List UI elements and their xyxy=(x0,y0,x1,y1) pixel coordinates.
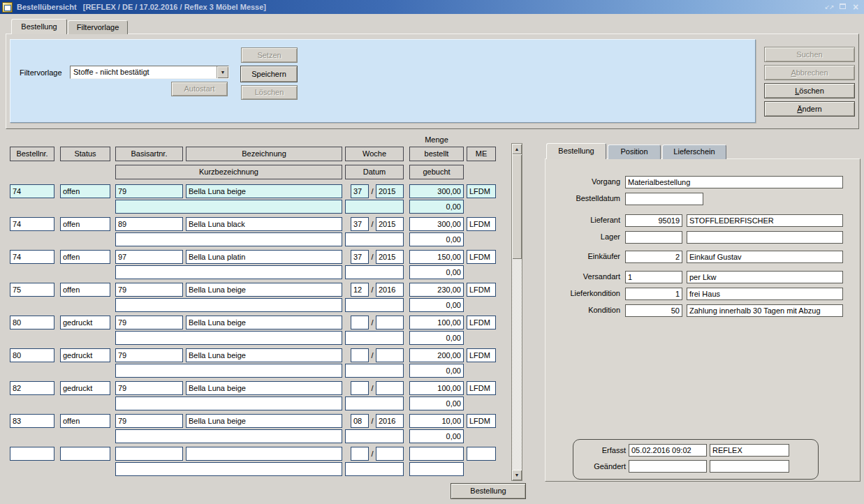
cell-bezeichnung[interactable]: Bella Luna black xyxy=(186,217,342,231)
cell-menge-bestellt[interactable]: 100,00 xyxy=(409,316,464,329)
cell-bestellnr[interactable]: 74 xyxy=(10,184,54,198)
speichern-button[interactable]: Speichern xyxy=(240,66,298,82)
lieferkondition-name-field[interactable]: frei Haus xyxy=(687,288,843,300)
vorgang-field[interactable]: Materialbestellung xyxy=(625,176,843,188)
cell-jahr[interactable]: 2015 xyxy=(376,217,404,231)
cell-jahr[interactable]: 2016 xyxy=(376,414,404,428)
cell-datum[interactable] xyxy=(345,331,404,345)
cell-gebucht[interactable]: 0,00 xyxy=(409,429,464,443)
cell-datum[interactable] xyxy=(345,200,404,214)
cell-bezeichnung[interactable] xyxy=(186,447,342,461)
cell-status[interactable]: offen xyxy=(60,283,110,297)
cell-basisartnr[interactable]: 89 xyxy=(115,217,183,231)
setzen-button[interactable]: Setzen xyxy=(241,47,298,63)
scroll-down-icon[interactable]: ▼ xyxy=(512,470,522,480)
cell-gebucht[interactable]: 0,00 xyxy=(409,200,464,214)
detail-tab-bestellung[interactable]: Bestellung xyxy=(546,143,606,159)
cell-status[interactable]: offen xyxy=(60,414,110,428)
cell-bestellnr[interactable]: 83 xyxy=(10,414,54,428)
cell-basisartnr[interactable]: 79 xyxy=(115,381,183,395)
kondition-name-field[interactable]: Zahlung innerhalb 30 Tagen mit Abzug xyxy=(687,304,843,317)
cell-woche[interactable]: 37 xyxy=(351,217,369,231)
cell-status[interactable] xyxy=(60,447,110,461)
dropdown-arrow-icon[interactable]: ▼ xyxy=(217,66,228,78)
cell-basisartnr[interactable]: 79 xyxy=(115,348,183,362)
lager-nr-field[interactable] xyxy=(625,231,682,244)
cell-bestellnr[interactable]: 74 xyxy=(10,250,54,264)
cell-gebucht[interactable]: 0,00 xyxy=(409,364,464,378)
cell-me[interactable]: LFDM xyxy=(467,217,496,231)
cell-status[interactable]: gedruckt xyxy=(60,316,110,329)
cell-woche[interactable]: 37 xyxy=(351,184,369,198)
close-icon[interactable]: × xyxy=(850,1,861,13)
cell-menge-bestellt[interactable]: 230,00 xyxy=(409,283,464,297)
versandart-nr-field[interactable]: 1 xyxy=(625,271,682,283)
cell-datum[interactable] xyxy=(345,298,404,312)
cell-status[interactable]: offen xyxy=(60,250,110,264)
cell-menge-bestellt[interactable]: 10,00 xyxy=(409,414,464,428)
cell-jahr[interactable]: 2015 xyxy=(376,250,404,264)
scroll-up-icon[interactable]: ▲ xyxy=(512,144,522,154)
cell-me[interactable] xyxy=(467,447,496,461)
cell-me[interactable]: LFDM xyxy=(467,316,496,329)
lager-name-field[interactable] xyxy=(687,231,843,244)
cell-bestellnr[interactable]: 75 xyxy=(10,283,54,297)
bestelldatum-field[interactable] xyxy=(625,193,703,205)
cell-datum[interactable] xyxy=(345,396,404,410)
cell-datum[interactable] xyxy=(345,265,404,279)
cell-kurzbezeichnung[interactable] xyxy=(115,331,342,345)
cell-bezeichnung[interactable]: Bella Luna beige xyxy=(186,348,342,362)
resize-icon[interactable]: ↙↗ xyxy=(823,3,835,10)
tab-filtervorlage[interactable]: Filtervorlage xyxy=(68,20,128,34)
cell-bezeichnung[interactable]: Bella Luna beige xyxy=(186,184,342,198)
autostart-button[interactable]: Autostart xyxy=(171,82,228,96)
cell-gebucht[interactable] xyxy=(409,462,464,476)
cell-datum[interactable] xyxy=(345,364,404,378)
cell-woche[interactable] xyxy=(351,381,369,395)
cell-me[interactable]: LFDM xyxy=(467,250,496,264)
cell-me[interactable]: LFDM xyxy=(467,414,496,428)
scrollbar-thumb[interactable] xyxy=(512,154,522,259)
cell-kurzbezeichnung[interactable] xyxy=(115,396,342,410)
bestellung-button[interactable]: Bestellung xyxy=(451,483,526,499)
cell-datum[interactable] xyxy=(345,462,404,476)
cell-kurzbezeichnung[interactable] xyxy=(115,265,342,279)
lieferant-nr-field[interactable]: 95019 xyxy=(625,214,682,227)
cell-menge-bestellt[interactable]: 300,00 xyxy=(409,184,464,198)
cell-me[interactable]: LFDM xyxy=(467,381,496,395)
grid-scrollbar[interactable]: ▲ ▼ xyxy=(511,143,522,481)
cell-status[interactable]: gedruckt xyxy=(60,348,110,362)
detail-tab-lieferschein[interactable]: Lieferschein xyxy=(662,144,726,159)
cell-woche[interactable] xyxy=(351,316,369,329)
cell-status[interactable]: offen xyxy=(60,184,110,198)
cell-jahr[interactable] xyxy=(376,348,404,362)
cell-gebucht[interactable]: 0,00 xyxy=(409,232,464,246)
cell-bestellnr[interactable] xyxy=(10,447,54,461)
cell-me[interactable]: LFDM xyxy=(467,348,496,362)
cell-woche[interactable]: 08 xyxy=(351,414,369,428)
cell-woche[interactable]: 12 xyxy=(351,283,369,297)
cell-jahr[interactable]: 2016 xyxy=(376,283,404,297)
cell-basisartnr[interactable]: 79 xyxy=(115,184,183,198)
cell-bestellnr[interactable]: 74 xyxy=(10,217,54,231)
cell-basisartnr[interactable]: 79 xyxy=(115,414,183,428)
cell-basisartnr[interactable]: 79 xyxy=(115,283,183,297)
cell-basisartnr[interactable]: 79 xyxy=(115,316,183,329)
cell-bestellnr[interactable]: 80 xyxy=(10,348,54,362)
title-bar[interactable]: Bestellübersicht [REFLEX / DE / 17.02.20… xyxy=(0,0,864,14)
versandart-name-field[interactable]: per Lkw xyxy=(687,271,843,283)
cell-kurzbezeichnung[interactable] xyxy=(115,200,342,214)
cell-menge-bestellt[interactable]: 300,00 xyxy=(409,217,464,231)
cell-kurzbezeichnung[interactable] xyxy=(115,364,342,378)
suchen-button[interactable]: Suchen xyxy=(764,47,855,62)
aendern-button[interactable]: Ändern xyxy=(764,101,855,117)
cell-woche[interactable] xyxy=(351,447,369,461)
cell-bezeichnung[interactable]: Bella Luna beige xyxy=(186,381,342,395)
cell-status[interactable]: gedruckt xyxy=(60,381,110,395)
cell-datum[interactable] xyxy=(345,429,404,443)
cell-gebucht[interactable]: 0,00 xyxy=(409,265,464,279)
detail-tab-position[interactable]: Position xyxy=(608,144,661,159)
cell-bezeichnung[interactable]: Bella Luna beige xyxy=(186,316,342,329)
abbrechen-button[interactable]: Abbrechen xyxy=(764,65,855,80)
cell-kurzbezeichnung[interactable] xyxy=(115,298,342,312)
